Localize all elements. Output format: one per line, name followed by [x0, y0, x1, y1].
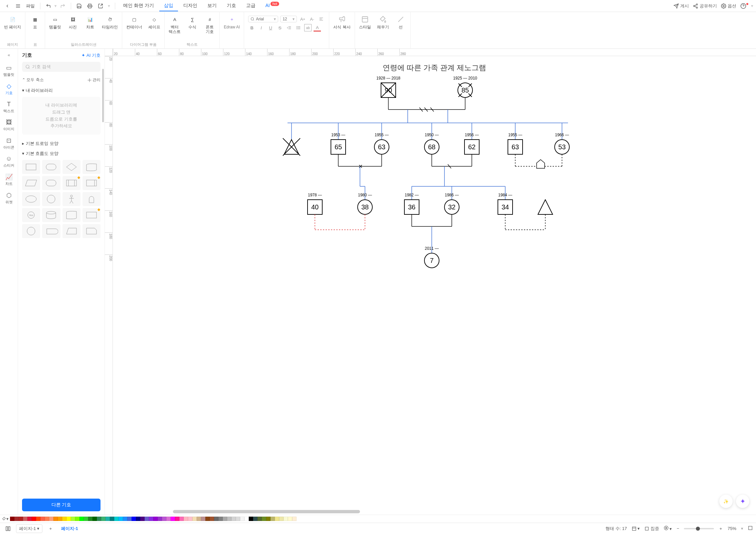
- hamburger-icon[interactable]: [13, 1, 23, 11]
- manage-button[interactable]: 관리: [87, 77, 101, 83]
- menu-보기[interactable]: 보기: [203, 1, 221, 11]
- swatch[interactable]: [106, 517, 110, 521]
- shape-thumb-12[interactable]: Yes: [22, 208, 40, 222]
- swatch[interactable]: [40, 517, 45, 521]
- swatch[interactable]: [149, 517, 153, 521]
- font-decrease-icon[interactable]: A-: [308, 15, 316, 23]
- horizontal-scrollbar[interactable]: [173, 510, 360, 513]
- swatch[interactable]: [19, 517, 23, 521]
- swatch[interactable]: [253, 517, 257, 521]
- swatch[interactable]: [79, 517, 84, 521]
- collapse-all-button[interactable]: ⌃ 모두 축소: [22, 77, 44, 83]
- ribbon-빈페이지[interactable]: 📄빈 페이지: [1, 14, 24, 41]
- fill-button[interactable]: 채우기: [374, 14, 392, 48]
- ribbon-EdrawAI[interactable]: ✦Edraw AI: [221, 14, 242, 46]
- swatch[interactable]: [27, 517, 32, 521]
- swatch[interactable]: [97, 517, 101, 521]
- shape-thumb-5[interactable]: [42, 176, 60, 190]
- zoom-out-button[interactable]: −: [677, 526, 679, 531]
- shape-thumb-11[interactable]: [82, 192, 101, 206]
- format-painter-button[interactable]: 서식 복사: [331, 14, 353, 48]
- zoom-slider[interactable]: [684, 528, 714, 529]
- ribbon-수식[interactable]: ∑수식: [184, 14, 201, 41]
- font-size-select[interactable]: 12▾: [280, 16, 297, 22]
- swatch[interactable]: [123, 517, 127, 521]
- swatch[interactable]: [119, 517, 123, 521]
- swatch[interactable]: [244, 517, 249, 521]
- menu-디자인[interactable]: 디자인: [179, 1, 202, 11]
- page-list-icon[interactable]: [3, 524, 13, 533]
- shape-thumb-16[interactable]: [22, 224, 40, 238]
- swatch[interactable]: [192, 517, 197, 521]
- swatch[interactable]: [49, 517, 53, 521]
- swatch[interactable]: [32, 517, 36, 521]
- swatch[interactable]: [23, 517, 27, 521]
- rail-템플릿[interactable]: ▭템플릿: [2, 61, 16, 80]
- shape-thumb-1[interactable]: [42, 160, 60, 174]
- swatch[interactable]: [110, 517, 114, 521]
- swatch[interactable]: [71, 517, 75, 521]
- collapse-rail-button[interactable]: «: [4, 51, 14, 58]
- swatch[interactable]: [223, 517, 227, 521]
- swatch[interactable]: [292, 517, 297, 521]
- back-button[interactable]: [3, 1, 12, 11]
- options-button[interactable]: 옵션: [721, 3, 736, 9]
- publish-button[interactable]: 게시: [674, 3, 689, 9]
- help-button[interactable]: ▾: [740, 3, 753, 9]
- save-button[interactable]: [74, 1, 84, 11]
- swatch[interactable]: [101, 517, 106, 521]
- swatch[interactable]: [201, 517, 205, 521]
- shape-thumb-8[interactable]: [22, 192, 40, 206]
- rail-기호[interactable]: ◇기호: [2, 80, 16, 98]
- swatch[interactable]: [145, 517, 149, 521]
- ribbon-컨테이너[interactable]: ▢컨테이너: [124, 14, 145, 41]
- add-page-button[interactable]: ＋: [46, 524, 55, 533]
- style-button[interactable]: 스타일: [356, 14, 374, 48]
- more-symbols-button[interactable]: 다른 기호: [22, 499, 101, 511]
- menu-삽입[interactable]: 삽입: [159, 1, 178, 11]
- ribbon-사진[interactable]: 🖼사진: [64, 14, 81, 41]
- swatch[interactable]: [162, 517, 166, 521]
- line-button[interactable]: 선: [392, 14, 409, 48]
- menu-기호[interactable]: 기호: [222, 1, 241, 11]
- swatch[interactable]: [158, 517, 162, 521]
- ribbon-벡터텍스트[interactable]: A벡터 텍스트: [166, 14, 183, 41]
- swatch[interactable]: [14, 517, 19, 521]
- swatch[interactable]: [231, 517, 236, 521]
- swatch[interactable]: [36, 517, 40, 521]
- rail-아이콘[interactable]: ⊡아이콘: [2, 134, 16, 153]
- fullscreen-button[interactable]: [748, 526, 753, 531]
- shape-thumb-3[interactable]: [82, 160, 101, 174]
- my-library-section[interactable]: ▾ 내 라이브러리: [22, 85, 101, 95]
- page-select[interactable]: 페이지-1 ▾: [16, 524, 42, 533]
- rail-차트[interactable]: 📈차트: [2, 171, 16, 189]
- shape-thumb-9[interactable]: [42, 192, 60, 206]
- swatch[interactable]: [197, 517, 201, 521]
- menu-AI[interactable]: AIhot: [261, 1, 284, 11]
- swatch[interactable]: [227, 517, 231, 521]
- swatch[interactable]: [218, 517, 223, 521]
- swatch[interactable]: [166, 517, 171, 521]
- ribbon-템플릿[interactable]: ▭템플릿: [46, 14, 64, 41]
- shape-thumb-19[interactable]: [82, 224, 101, 238]
- swatch[interactable]: [284, 517, 288, 521]
- swatch[interactable]: [58, 517, 62, 521]
- swatch[interactable]: [45, 517, 49, 521]
- swatch[interactable]: [66, 517, 71, 521]
- shape-thumb-10[interactable]: [62, 192, 80, 206]
- swatch[interactable]: [236, 517, 240, 521]
- swatch[interactable]: [205, 517, 210, 521]
- shape-thumb-0[interactable]: [22, 160, 40, 174]
- line-spacing-icon[interactable]: [286, 24, 293, 31]
- font-family-select[interactable]: Arial▾: [248, 16, 278, 22]
- menu-메인 화면 가기[interactable]: 메인 화면 가기: [119, 1, 159, 11]
- ribbon-타임라인[interactable]: ⏱타임라인: [99, 14, 121, 41]
- swatch[interactable]: [184, 517, 188, 521]
- bullet-list-icon[interactable]: [295, 24, 302, 31]
- rail-스티커[interactable]: ☺스티커: [2, 153, 16, 171]
- shape-thumb-2[interactable]: [62, 160, 80, 174]
- swatch[interactable]: [153, 517, 158, 521]
- ai-symbols-link[interactable]: ✦ AI 기호: [81, 52, 101, 58]
- swatch[interactable]: [127, 517, 132, 521]
- font-color-icon[interactable]: A: [314, 24, 321, 31]
